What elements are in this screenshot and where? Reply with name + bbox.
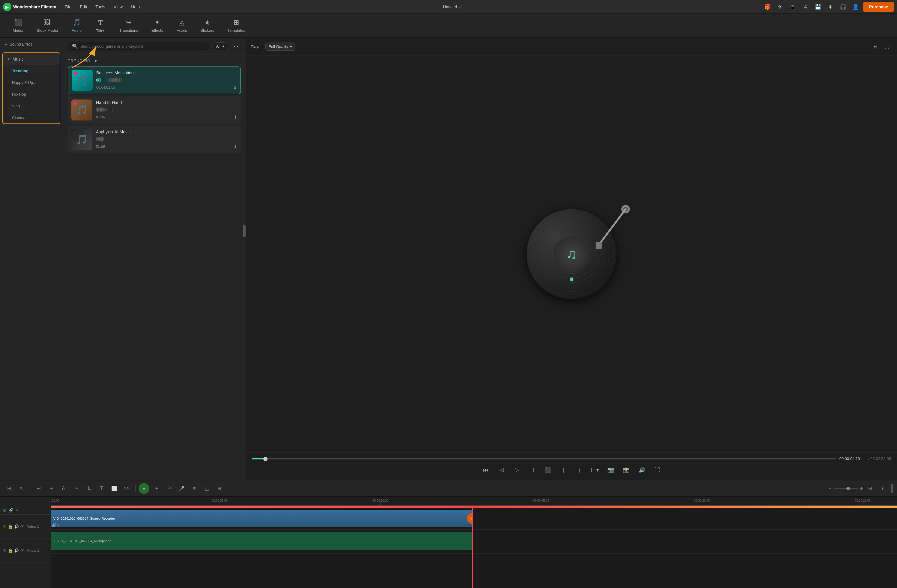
markers-icon[interactable]: ≡ xyxy=(189,483,200,494)
search-input[interactable] xyxy=(80,44,205,49)
undo-button[interactable]: ↩ xyxy=(33,483,44,494)
ruler-mark-4: 00:00:20:00 xyxy=(694,499,710,505)
crop-button[interactable]: ⬜ xyxy=(109,483,119,494)
audio-split-icon[interactable]: ⇅ xyxy=(84,483,95,494)
add-video-icon[interactable]: ⊕ xyxy=(3,524,7,529)
text-insert-icon[interactable]: T xyxy=(96,483,107,494)
mic-icon[interactable]: 🎤 xyxy=(176,483,187,494)
save-icon[interactable]: 💾 xyxy=(813,2,823,12)
user-icon[interactable]: 👤 xyxy=(851,2,861,12)
toolbar-media[interactable]: ⬛ Media xyxy=(6,16,30,35)
snapshot-button[interactable]: 📸 xyxy=(621,464,632,475)
scrollbar-handle-right[interactable] xyxy=(891,484,893,493)
search-input-wrapper[interactable]: 🔍 xyxy=(68,42,209,51)
toolbar-filters[interactable]: ◬ Filters xyxy=(170,16,194,35)
grid-view-icon[interactable]: ⊞ xyxy=(869,41,880,52)
toolbar-audio[interactable]: 🎵 Audio xyxy=(65,16,89,35)
volume-audio-icon[interactable]: 🔊 xyxy=(14,548,19,553)
zoom-out-icon[interactable]: − xyxy=(828,486,831,491)
zoom-in-icon[interactable]: + xyxy=(860,486,863,491)
pause-button[interactable]: ⏸ xyxy=(527,464,538,475)
download-asphyxia-icon[interactable]: ⬇ xyxy=(233,144,237,150)
scene-detect-icon[interactable]: ⬚ xyxy=(202,483,212,494)
split-button[interactable]: ⊢▾ xyxy=(589,464,600,475)
share-icon[interactable]: ✈ xyxy=(775,2,785,12)
ai-cut-icon[interactable]: ✦ xyxy=(15,508,19,513)
menu-edit[interactable]: Edit xyxy=(76,3,90,11)
fullscreen-icon[interactable]: ⛶ xyxy=(882,41,892,52)
link-tracks-icon[interactable]: 🔗 xyxy=(8,508,14,513)
lock-audio-icon[interactable]: 🔒 xyxy=(8,548,13,553)
playhead[interactable] xyxy=(472,506,473,588)
download-business-icon[interactable]: ⬇ xyxy=(233,85,237,90)
add-track-icon[interactable]: ⊕ xyxy=(214,483,225,494)
step-back-button[interactable]: ◁ xyxy=(496,464,507,475)
quality-selector[interactable]: Full Quality ▾ xyxy=(265,43,295,50)
sidebar-item-cinematic[interactable]: Cinematic xyxy=(3,112,60,124)
more-tl-options[interactable]: ▾ xyxy=(877,483,888,494)
record-button[interactable]: ● xyxy=(139,483,149,494)
left-panel: ▶ Sound Effect ▼ Music Trending Happy & … xyxy=(0,38,246,480)
effects-tl-icon[interactable]: ✦ xyxy=(151,483,162,494)
mark-in-button[interactable]: { xyxy=(559,464,569,475)
audio-clip-1[interactable]: ♪ VID_20241010_063504_Microphone xyxy=(51,532,472,550)
menu-view[interactable]: View xyxy=(110,3,126,11)
music-card-asphyxia[interactable]: 🎵 Asphyxia-AI Music xyxy=(68,126,241,153)
sidebar-item-happy[interactable]: Happy & Up... xyxy=(3,77,60,89)
progress-thumb[interactable] xyxy=(263,457,268,461)
mark-out-button[interactable]: } xyxy=(574,464,585,475)
delete-button[interactable]: 🗑 xyxy=(58,483,69,494)
progress-bar[interactable] xyxy=(252,458,836,460)
music-section-header[interactable]: ▼ Music xyxy=(3,53,60,65)
volume-video-icon[interactable]: 🔊 xyxy=(14,524,19,529)
stop-button[interactable]: ⬛ xyxy=(543,464,554,475)
sidebar-item-trending[interactable]: Trending xyxy=(3,65,60,77)
music-card-business[interactable]: 💗 🎵 Business Motivation xyxy=(68,67,241,94)
sound-effect-header[interactable]: ▶ Sound Effect xyxy=(0,38,63,50)
menu-help[interactable]: Help xyxy=(127,3,143,11)
devices-icon[interactable]: 📱 xyxy=(788,2,798,12)
toolbar-effects[interactable]: ✦ Effects xyxy=(145,16,170,35)
add-audio-icon[interactable]: ⊕ xyxy=(3,548,7,553)
lock-video-icon[interactable]: 🔒 xyxy=(8,524,13,529)
redo-button[interactable]: ↪ xyxy=(46,483,57,494)
video-clip-1[interactable]: VID_20241010_063504_Screep Recorder xyxy=(51,510,472,527)
toolbar-stock-media[interactable]: 🖼 Stock Media xyxy=(30,16,65,35)
download-hand-icon[interactable]: ⬇ xyxy=(233,115,237,120)
menu-tools[interactable]: Tools xyxy=(92,3,109,11)
more-tl-icon[interactable]: >> xyxy=(121,483,132,494)
cut-button[interactable]: ✂ xyxy=(71,483,82,494)
video-track-progress xyxy=(51,506,897,508)
toolbar: ⬛ Media 🖼 Stock Media 🎵 Audio T Titles ↪… xyxy=(0,14,897,38)
scene-split-icon[interactable]: ⊞ xyxy=(4,483,14,494)
flag-icon[interactable]: ⚐ xyxy=(164,483,175,494)
rewind-button[interactable]: ⏮ xyxy=(481,464,491,475)
toolbar-titles[interactable]: T Titles xyxy=(89,16,113,35)
select-tool-icon[interactable]: ↖ xyxy=(16,483,27,494)
fullscreen-ctrl-button[interactable]: ⛶ xyxy=(652,464,663,475)
gift-icon[interactable]: 🎁 xyxy=(762,2,773,12)
sidebar-item-vlog[interactable]: Vlog xyxy=(3,100,60,112)
zoom-slider[interactable] xyxy=(834,488,858,489)
play-button[interactable]: ▷ xyxy=(511,464,522,475)
eye-audio-icon[interactable]: 👁 xyxy=(20,548,24,553)
ruler-mark-0: :00:00 xyxy=(51,499,60,505)
volume-button[interactable]: 🔊 xyxy=(637,464,647,475)
timeline-settings-icon[interactable]: ⊞ xyxy=(865,483,876,494)
toolbar-transitions[interactable]: ↪ Transitions xyxy=(113,16,145,35)
add-track-label-icon[interactable]: ⊕ xyxy=(3,508,7,513)
music-card-hand[interactable]: 💗 🎵 Hand In Hand xyxy=(68,96,241,124)
eye-icon[interactable]: 👁 xyxy=(20,524,24,529)
toolbar-stickers[interactable]: ★ Stickers xyxy=(194,16,221,35)
toolbar-templates[interactable]: ⊞ Templates xyxy=(221,16,252,35)
more-options-button[interactable]: ··· xyxy=(231,41,241,51)
scrollbar[interactable] xyxy=(243,225,246,237)
download-icon[interactable]: ⬇ xyxy=(825,2,836,12)
export-frame-button[interactable]: 📷 xyxy=(605,464,616,475)
menu-file[interactable]: File xyxy=(61,3,75,11)
filter-dropdown[interactable]: All ▾ xyxy=(212,42,228,50)
monitor-icon[interactable]: 🖥 xyxy=(800,2,810,12)
headphone-icon[interactable]: 🎧 xyxy=(838,2,848,12)
sidebar-item-hiphop[interactable]: Hip Hop xyxy=(3,89,60,100)
purchase-button[interactable]: Purchase xyxy=(863,2,894,12)
